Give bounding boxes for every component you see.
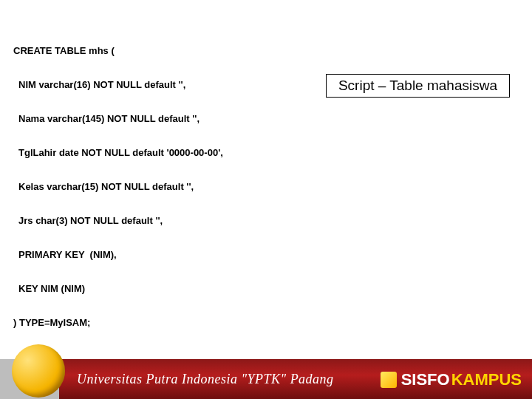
slide-body: CREATE TABLE mhs ( NIM varchar(16) NOT N… <box>0 0 532 399</box>
create-table-sql: CREATE TABLE mhs ( NIM varchar(16) NOT N… <box>13 22 519 351</box>
sql-line: Nama varchar(145) NOT NULL default '', <box>13 113 519 124</box>
footer-banner: Universitas Putra Indonesia "YPTK" Padan… <box>59 359 532 399</box>
brand-icon <box>381 372 397 388</box>
sql-line: TglLahir date NOT NULL default '0000-00-… <box>13 147 519 158</box>
sql-line: KEY NIM (NIM) <box>13 283 519 294</box>
university-name: Universitas Putra Indonesia "YPTK" Padan… <box>77 372 334 387</box>
brand-text-1: SISFO <box>401 370 450 389</box>
sql-line: CREATE TABLE mhs ( <box>13 45 519 56</box>
brand-mark: SISFO KAMPUS <box>381 369 522 389</box>
brand-text-2: KAMPUS <box>451 370 522 389</box>
sql-line: Kelas varchar(15) NOT NULL default '', <box>13 181 519 192</box>
sql-line: Jrs char(3) NOT NULL default '', <box>13 215 519 226</box>
slide-footer: Universitas Putra Indonesia "YPTK" Padan… <box>0 359 532 399</box>
sql-line: ) TYPE=MyISAM; <box>13 317 519 328</box>
callout-title: Script – Table mahasiswa <box>326 74 510 98</box>
footer-logo-area <box>0 359 59 399</box>
sql-line: PRIMARY KEY (NIM), <box>13 249 519 260</box>
university-logo-icon <box>12 344 65 398</box>
